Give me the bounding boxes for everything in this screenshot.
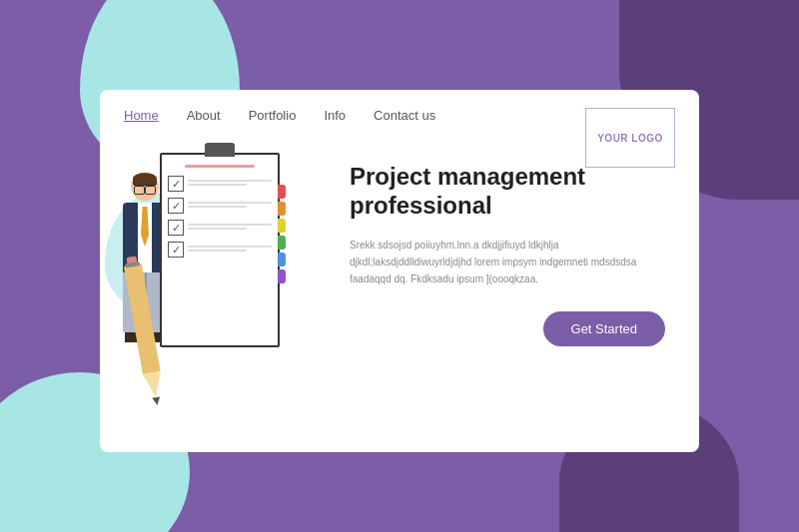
hero-text-area: Project management professional Srekk sd… [330, 143, 675, 402]
pencil-point [152, 396, 161, 405]
check-line [188, 184, 247, 186]
checkbox-3: ✓ [168, 220, 184, 236]
nav-item-portfolio[interactable]: Portfolio [249, 108, 297, 123]
person-arm-left [123, 208, 129, 259]
check-lines-3 [188, 224, 272, 232]
check-lines-2 [188, 202, 272, 210]
check-line [188, 180, 272, 182]
check-line [188, 246, 272, 248]
checkbox-2: ✓ [168, 198, 184, 214]
clipboard: ✓ ✓ ✓ [160, 153, 280, 347]
person-hair [133, 173, 157, 185]
hero-description: Srekk sdsojsd poiiuyhm.lnn.a dkdjjifiuyd… [350, 237, 665, 287]
nav-item-contact[interactable]: Contact us [374, 108, 435, 123]
checklist-item-2: ✓ [168, 198, 272, 214]
check-line [188, 206, 247, 208]
logo-text: YOUR LOGO [597, 133, 663, 144]
nav-item-home[interactable]: Home [124, 108, 159, 123]
nav-item-info[interactable]: Info [324, 108, 346, 123]
clipboard-clip [205, 143, 235, 157]
clipboard-inner: ✓ ✓ ✓ [168, 165, 272, 258]
person-head [131, 173, 159, 201]
clip-tab-4 [278, 236, 286, 250]
hero-title-line1: Project management [350, 163, 585, 190]
check-line [188, 228, 247, 230]
checkbox-4: ✓ [168, 242, 184, 258]
check-line [188, 202, 272, 204]
pencil-tip [143, 371, 165, 399]
clip-tab-2 [278, 202, 286, 216]
nav-item-about[interactable]: About [187, 108, 221, 123]
check-lines-1 [188, 180, 272, 188]
hero-title-line2: professional [350, 192, 492, 219]
check-line [188, 250, 247, 252]
illustration: ✓ ✓ ✓ [100, 143, 330, 402]
logo-box: YOUR LOGO [585, 108, 675, 168]
checklist-item-3: ✓ [168, 220, 272, 236]
clip-tab-5 [278, 253, 286, 266]
check-line [188, 224, 272, 226]
content-area: ✓ ✓ ✓ [100, 133, 699, 402]
clip-tab-6 [278, 269, 286, 283]
clipboard-tabs [278, 185, 286, 283]
clip-tab-3 [278, 219, 286, 233]
checklist-item-4: ✓ [168, 242, 272, 258]
clip-tab-1 [278, 185, 286, 199]
get-started-button[interactable]: Get Started [543, 311, 665, 346]
check-lines-4 [188, 246, 272, 254]
checklist-item-1: ✓ [168, 176, 272, 192]
main-card: Home About Portfolio Info Contact us YOU… [100, 90, 699, 452]
checkbox-1: ✓ [168, 176, 184, 192]
person-glasses [134, 185, 156, 191]
hero-title: Project management professional [350, 163, 665, 221]
clipboard-title-line [185, 165, 255, 168]
